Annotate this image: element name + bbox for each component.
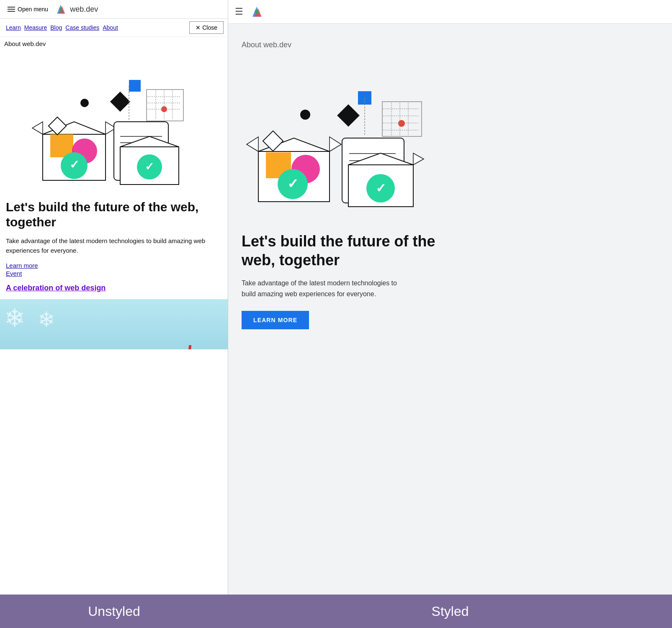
svg-rect-55 bbox=[337, 104, 360, 127]
right-header: ☰ bbox=[228, 0, 672, 24]
event-link[interactable]: Event bbox=[6, 270, 222, 277]
svg-rect-21 bbox=[129, 80, 141, 92]
bottom-preview: ❄ ❄ bbox=[0, 299, 228, 349]
right-panel: ☰ About web.dev bbox=[228, 0, 672, 595]
illustration-left: ✓ ✓ bbox=[0, 51, 228, 193]
illustration-svg-right: ✓ ✓ bbox=[242, 64, 443, 214]
close-label: Close bbox=[202, 24, 217, 31]
nav-about[interactable]: About bbox=[101, 23, 120, 32]
menu-label: Open menu bbox=[18, 6, 48, 13]
svg-point-60 bbox=[398, 120, 405, 127]
hero-title-right: Let's build the future of the web, toget… bbox=[242, 232, 443, 269]
svg-rect-20 bbox=[110, 92, 130, 112]
site-title-left: web.dev bbox=[70, 5, 98, 14]
snowflake-icon-2: ❄ bbox=[38, 308, 55, 332]
menu-button[interactable]: Open menu bbox=[4, 4, 51, 14]
nav-links: Learn Measure Blog Case studies About bbox=[4, 23, 189, 32]
right-content: About web.dev ✓ bbox=[228, 24, 672, 595]
learn-more-button[interactable]: LEARN MORE bbox=[242, 311, 309, 329]
celebration-link[interactable]: A celebration of web design bbox=[6, 284, 106, 292]
nav-measure[interactable]: Measure bbox=[23, 23, 49, 32]
hamburger-icon-right[interactable]: ☰ bbox=[235, 6, 243, 17]
snowflake-icon-1: ❄ bbox=[4, 303, 25, 333]
svg-marker-40 bbox=[330, 137, 341, 151]
bottom-labels: Unstyled Styled bbox=[0, 595, 672, 628]
svg-marker-52 bbox=[413, 153, 424, 165]
hero-desc-left: Take advantage of the latest modern tech… bbox=[6, 236, 222, 255]
svg-point-22 bbox=[80, 99, 89, 107]
logo-icon-right bbox=[250, 5, 263, 18]
svg-text:✓: ✓ bbox=[376, 181, 386, 195]
illustration-right: ✓ ✓ bbox=[242, 59, 443, 218]
nav-bar: Learn Measure Blog Case studies About ✕ … bbox=[0, 19, 228, 37]
svg-rect-32 bbox=[147, 90, 183, 121]
close-icon: ✕ bbox=[196, 24, 201, 31]
svg-text:✓: ✓ bbox=[145, 160, 154, 173]
svg-point-33 bbox=[148, 324, 190, 349]
styled-label: Styled bbox=[432, 604, 469, 619]
svg-text:✓: ✓ bbox=[287, 176, 299, 191]
illustration-svg-left: ✓ ✓ bbox=[30, 55, 198, 189]
close-button[interactable]: ✕ Close bbox=[189, 21, 224, 34]
circle-decoration bbox=[144, 312, 194, 349]
links-section: Learn more Event bbox=[6, 262, 222, 277]
svg-rect-68 bbox=[382, 102, 422, 136]
svg-marker-5 bbox=[32, 122, 43, 134]
content-left: Let's build the future of the web, toget… bbox=[0, 193, 228, 299]
logo-icon bbox=[55, 3, 67, 15]
hero-title-left: Let's build the future of the web, toget… bbox=[6, 200, 222, 230]
left-panel: Open menu web.dev Learn Measure Blog Cas… bbox=[0, 0, 228, 595]
nav-case-studies[interactable]: Case studies bbox=[64, 23, 101, 32]
about-text-left: About web.dev bbox=[0, 37, 228, 51]
hamburger-icon bbox=[8, 7, 15, 12]
svg-point-2 bbox=[59, 8, 63, 11]
svg-marker-39 bbox=[247, 137, 258, 151]
label-unstyled: Unstyled bbox=[0, 595, 228, 628]
unstyled-label: Unstyled bbox=[88, 604, 140, 619]
nav-learn[interactable]: Learn bbox=[4, 23, 23, 32]
hero-desc-right: Take advantage of the latest modern tech… bbox=[242, 278, 401, 299]
learn-more-link[interactable]: Learn more bbox=[6, 262, 222, 269]
svg-point-57 bbox=[300, 110, 310, 120]
svg-text:✓: ✓ bbox=[70, 158, 79, 171]
svg-point-36 bbox=[255, 10, 259, 14]
label-styled: Styled bbox=[228, 595, 672, 628]
nav-blog[interactable]: Blog bbox=[49, 23, 64, 32]
about-text-right: About web.dev bbox=[242, 41, 659, 49]
left-header: Open menu web.dev bbox=[0, 0, 228, 19]
